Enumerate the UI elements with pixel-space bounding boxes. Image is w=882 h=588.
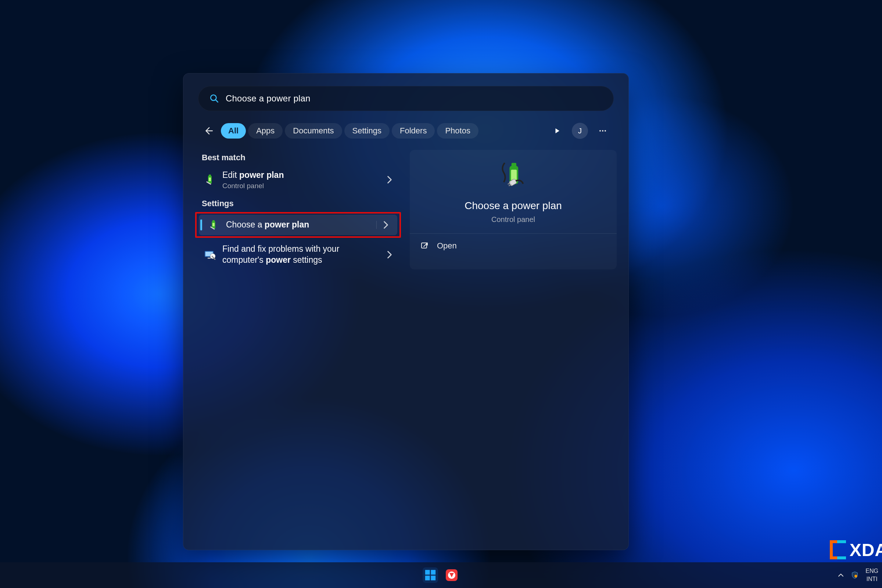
result-preview-pane: Choose a power plan Control panel Open xyxy=(410,150,616,269)
result-title: Edit power plan xyxy=(222,170,383,181)
start-button[interactable] xyxy=(423,567,438,583)
search-box[interactable]: Choose a power plan xyxy=(198,86,614,111)
svg-rect-17 xyxy=(511,170,517,180)
xda-watermark: XDA xyxy=(830,537,882,562)
annotation-highlight: Choose a power plan xyxy=(195,212,401,238)
troubleshoot-icon xyxy=(203,248,216,261)
tray-defender-icon[interactable] xyxy=(851,571,859,579)
chevron-right-icon xyxy=(376,221,392,229)
taskbar-app-vivaldi[interactable] xyxy=(444,567,459,583)
svg-point-28 xyxy=(854,575,857,578)
svg-rect-21 xyxy=(422,243,427,248)
result-text: Find and fix problems with your computer… xyxy=(222,244,383,266)
open-external-icon xyxy=(420,242,429,250)
result-subtitle: Control panel xyxy=(222,182,383,190)
svg-rect-9 xyxy=(212,220,214,222)
svg-point-4 xyxy=(604,130,606,132)
battery-icon xyxy=(203,173,216,186)
chevron-right-icon xyxy=(383,176,396,184)
back-button[interactable] xyxy=(200,123,216,139)
svg-rect-25 xyxy=(431,576,435,580)
svg-rect-10 xyxy=(212,223,214,226)
svg-rect-16 xyxy=(511,163,516,167)
svg-rect-22 xyxy=(425,570,430,575)
search-filters-row: All Apps Documents Settings Folders Phot… xyxy=(192,120,620,141)
settings-section-header: Settings xyxy=(195,194,401,212)
filter-documents[interactable]: Documents xyxy=(285,123,342,138)
results-list: Best match Edit power plan Control panel… xyxy=(195,148,401,269)
filter-settings[interactable]: Settings xyxy=(344,123,390,138)
preview-subtitle: Control panel xyxy=(491,215,535,224)
filter-apps[interactable]: Apps xyxy=(248,123,283,138)
filter-folders[interactable]: Folders xyxy=(392,123,435,138)
result-text: Choose a power plan xyxy=(226,219,376,230)
search-results-panel: Choose a power plan All Apps Documents S… xyxy=(183,73,629,550)
svg-rect-13 xyxy=(208,258,211,259)
result-fix-power-problems[interactable]: Find and fix problems with your computer… xyxy=(195,240,401,269)
svg-point-3 xyxy=(602,130,603,132)
result-title: Choose a power plan xyxy=(226,219,376,230)
best-match-header: Best match xyxy=(195,148,401,166)
preview-action-open[interactable]: Open xyxy=(410,234,616,258)
result-edit-power-plan[interactable]: Edit power plan Control panel xyxy=(195,166,401,194)
watermark-text: XDA xyxy=(850,540,882,560)
search-run-button[interactable] xyxy=(548,122,566,140)
svg-rect-6 xyxy=(209,175,211,176)
search-content: Best match Edit power plan Control panel… xyxy=(192,148,620,269)
preview-title: Choose a power plan xyxy=(465,200,562,212)
filter-all[interactable]: All xyxy=(221,123,246,138)
result-choose-power-plan[interactable]: Choose a power plan xyxy=(199,214,397,235)
tray-language[interactable]: ENG INTI xyxy=(866,568,878,582)
more-button[interactable] xyxy=(594,122,612,140)
result-text: Edit power plan Control panel xyxy=(222,170,383,190)
result-title: Find and fix problems with your computer… xyxy=(222,244,362,266)
user-avatar[interactable]: J xyxy=(572,123,588,139)
svg-line-1 xyxy=(215,100,218,102)
preview-action-label: Open xyxy=(437,241,457,250)
bracket-icon xyxy=(837,540,846,560)
tray-chevron-up[interactable] xyxy=(837,572,844,579)
svg-rect-7 xyxy=(209,177,211,181)
chevron-right-icon xyxy=(383,250,396,259)
battery-plug-icon xyxy=(498,161,529,192)
search-icon xyxy=(210,94,219,103)
svg-rect-23 xyxy=(431,570,435,575)
taskbar xyxy=(0,562,882,588)
battery-icon xyxy=(207,218,220,231)
search-query-text: Choose a power plan xyxy=(226,93,310,104)
filter-photos[interactable]: Photos xyxy=(437,123,478,138)
svg-point-2 xyxy=(599,130,601,132)
svg-rect-24 xyxy=(425,576,430,580)
system-tray: ENG INTI xyxy=(837,562,878,588)
preview-header: Choose a power plan Control panel xyxy=(410,150,616,234)
